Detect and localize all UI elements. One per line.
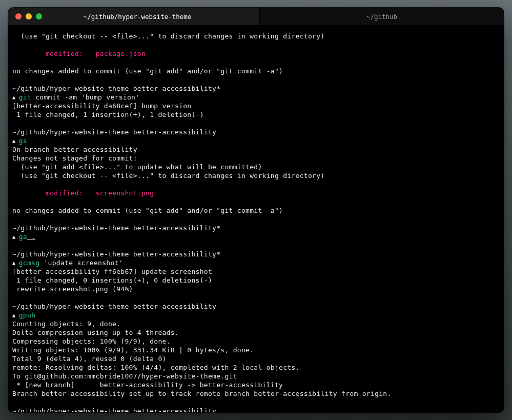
output-line: no changes added to commit (use "git add… [12,67,283,75]
titlebar: ~/github/hyper-website-theme ~/github [8,8,504,26]
output-line: remote: Resolving deltas: 100% (4/4), co… [12,364,300,371]
tab-active[interactable]: ~/github/hyper-website-theme [15,8,259,25]
tab-inactive[interactable]: ~/github [259,8,504,25]
output-line: [better-accessibility da68cef] bump vers… [12,102,191,110]
output-line: To git@github.com:mmcbride1007/hyper-web… [12,372,237,380]
output-line: * [new branch] better-accessibility -> b… [12,381,283,389]
prompt-indicator-icon: ▲ [12,136,19,145]
minimize-icon[interactable] [26,13,32,19]
output-line: Writing objects: 100% (9/9), 331.34 KiB … [12,346,254,354]
output-line: (use "git checkout -- <file>..." to disc… [12,172,325,179]
prompt-path: ~/github/hyper-website-theme better-acce… [12,224,220,232]
modified-file: package.json [96,50,146,57]
output-line: Branch better-accessibility set up to tr… [12,390,392,397]
prompt-indicator-icon: ▲ [12,93,19,102]
tab-bar: ~/github/hyper-website-theme ~/github [15,8,504,25]
command: gpub [19,311,36,319]
prompt-indicator-icon: ▲ [12,311,19,319]
modified-label: modified: [46,50,96,57]
traffic-lights [8,8,51,25]
command: git [19,93,31,101]
prompt-indicator-icon: ▲ [12,232,19,241]
terminal-window: ~/github/hyper-website-theme ~/github (u… [8,8,504,412]
command: ga [19,233,27,241]
command: gcmsg [19,259,40,267]
tab-active-label: ~/github/hyper-website-theme [84,13,192,21]
output-line: 1 file changed, 0 insertions(+), 0 delet… [12,276,212,284]
modified-file: screenshot.png [96,189,154,197]
prompt-path: ~/github/hyper-website-theme better-acce… [12,85,220,92]
output-line: Counting objects: 9, done. [12,320,120,328]
prompt-path: ~/github/hyper-website-theme better-acce… [12,407,216,412]
output-line: Delta compression using up to 4 threads. [12,329,179,336]
output-line: rewrite screenshot.png (94%) [12,285,133,293]
output-line: (use "git add <file>..." to update what … [12,163,262,171]
command: gs [19,137,27,145]
output-line: (use "git checkout -- <file>..." to disc… [12,32,325,40]
output-line: no changes added to commit (use "git add… [12,207,283,214]
terminal-body[interactable]: (use "git checkout -- <file>..." to disc… [8,26,504,412]
prompt-path: ~/github/hyper-website-theme better-acce… [12,128,216,136]
prompt-path: ~/github/hyper-website-theme better-acce… [12,303,216,310]
modified-label: modified: [46,189,96,197]
output-line: Changes not staged for commit: [12,154,137,162]
output-line: [better-accessibility ff6eb67] update sc… [12,268,212,275]
output-line: Compressing objects: 100% (9/9), done. [12,337,171,345]
close-icon[interactable] [15,13,22,19]
maximize-icon[interactable] [36,13,42,19]
tab-inactive-label: ~/github [366,13,397,21]
output-line: On branch better-accessibility [12,146,137,153]
output-line: Total 9 (delta 4), reused 0 (delta 0) [12,355,167,363]
prompt-path: ~/github/hyper-website-theme better-acce… [12,250,220,258]
prompt-indicator-icon: ▲ [12,258,19,267]
output-line: 1 file changed, 1 insertion(+), 1 deleti… [12,111,204,118]
